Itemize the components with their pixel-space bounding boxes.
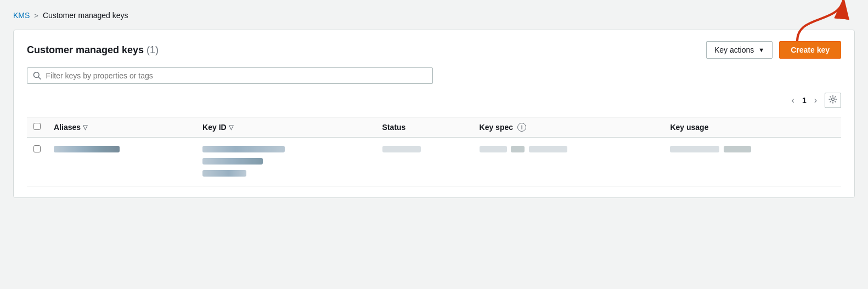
key-spec-blur-3 — [529, 146, 567, 152]
select-all-checkbox-header[interactable] — [27, 117, 47, 138]
gear-icon — [828, 95, 837, 104]
search-input[interactable] — [46, 71, 427, 80]
keyid-filter-icon[interactable]: ▽ — [229, 124, 233, 131]
breadcrumb: KMS > Customer managed keys — [13, 11, 855, 20]
status-cell — [376, 138, 473, 186]
main-panel: Customer managed keys (1) Key actions ▼ — [13, 30, 855, 198]
aliases-cell — [47, 138, 196, 186]
column-status: Status — [376, 117, 473, 138]
key-actions-label: Key actions — [714, 46, 754, 54]
search-icon — [33, 71, 41, 80]
svg-point-3 — [832, 98, 835, 101]
aliases-blur — [54, 146, 120, 152]
column-aliases: Aliases ▽ — [47, 117, 196, 138]
key-usage-blur-2 — [724, 146, 751, 152]
panel-header: Customer managed keys (1) Key actions ▼ — [27, 41, 841, 59]
key-id-blur-2 — [202, 158, 263, 165]
key-id-cell — [196, 138, 376, 186]
create-key-button[interactable]: Create key — [779, 41, 841, 59]
prev-page-button[interactable]: ‹ — [788, 94, 798, 106]
key-spec-blur-1 — [480, 146, 507, 152]
table-row — [27, 138, 841, 186]
panel-title-text: Customer managed keys — [27, 44, 144, 55]
column-key-usage: Key usage — [663, 117, 841, 138]
breadcrumb-current-page: Customer managed keys — [43, 11, 128, 20]
breadcrumb-separator: > — [34, 12, 38, 20]
panel-title-wrapper: Customer managed keys (1) — [27, 44, 159, 56]
table-header: Aliases ▽ Key ID ▽ Status Key spec — [27, 117, 841, 138]
status-blur — [382, 146, 421, 152]
row-checkbox[interactable] — [33, 145, 41, 152]
key-spec-info-icon[interactable]: i — [517, 123, 526, 132]
breadcrumb-kms-link[interactable]: KMS — [13, 11, 30, 20]
arrow-indicator — [792, 0, 858, 47]
dropdown-icon: ▼ — [758, 47, 764, 53]
column-key-spec: Key spec i — [473, 117, 664, 138]
pagination-row: ‹ 1 › — [27, 93, 841, 108]
table-body — [27, 138, 841, 186]
settings-button[interactable] — [825, 93, 841, 108]
select-all-checkbox[interactable] — [33, 123, 41, 130]
page-number: 1 — [802, 96, 807, 105]
row-checkbox-cell[interactable] — [27, 138, 47, 186]
key-usage-blur-1 — [670, 146, 719, 152]
aliases-filter-icon[interactable]: ▽ — [83, 124, 87, 131]
next-page-button[interactable]: › — [811, 94, 820, 106]
key-id-blur-3 — [202, 170, 246, 177]
key-id-blur-1 — [202, 146, 285, 152]
column-key-id: Key ID ▽ — [196, 117, 376, 138]
search-bar[interactable] — [27, 67, 433, 84]
panel-count: (1) — [146, 44, 159, 55]
key-actions-button[interactable]: Key actions ▼ — [706, 41, 773, 59]
key-spec-blur-2 — [511, 146, 525, 152]
panel-title: Customer managed keys (1) — [27, 44, 159, 55]
svg-line-2 — [38, 77, 41, 79]
keys-table: Aliases ▽ Key ID ▽ Status Key spec — [27, 117, 841, 186]
header-actions: Key actions ▼ Create key — [706, 41, 841, 59]
key-spec-cell — [473, 138, 664, 186]
key-usage-cell — [663, 138, 841, 186]
